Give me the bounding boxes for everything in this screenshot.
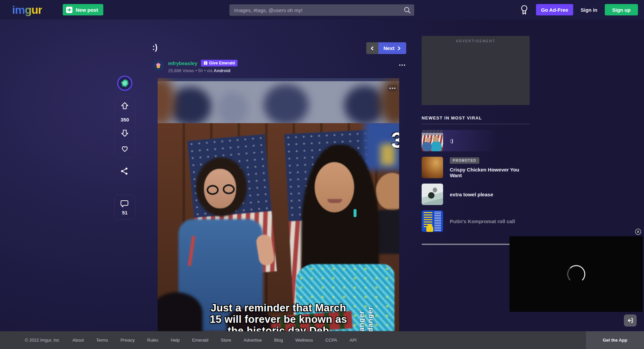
favorite-heart-button[interactable] bbox=[120, 144, 129, 153]
video-close-icon[interactable] bbox=[635, 229, 641, 236]
footer-link-privacy[interactable]: Privacy bbox=[120, 338, 135, 343]
image-options-menu[interactable] bbox=[388, 85, 397, 92]
search-bar bbox=[229, 4, 414, 16]
sidebar-item-title[interactable]: Crispy Chicken However You Want bbox=[450, 167, 530, 178]
author-meta: mfrybeasley Give Emerald 25,886 Views • … bbox=[168, 60, 237, 73]
upvote-count: 350 bbox=[120, 117, 129, 122]
post-image[interactable]: 3 Just a reminder that March 15 will for… bbox=[158, 78, 399, 331]
sign-up-button[interactable]: Sign up bbox=[605, 4, 638, 15]
new-post-label: New post bbox=[75, 7, 98, 13]
footer-link-rules[interactable]: Rules bbox=[147, 338, 158, 343]
author-avatar[interactable] bbox=[153, 60, 164, 71]
comment-bubble-icon bbox=[120, 199, 129, 208]
upvote-button[interactable] bbox=[120, 101, 129, 110]
footer-link-advertise[interactable]: Advertise bbox=[244, 338, 262, 343]
go-ad-free-button[interactable]: Go Ad-Free bbox=[536, 4, 573, 15]
footer-links: About Terms Privacy Rules Help Emerald S… bbox=[72, 338, 357, 343]
top-navbar: imgur New post Go Ad-Free Sign in Sign u… bbox=[0, 0, 644, 19]
nav-right-group: Go Ad-Free Sign in Sign up bbox=[520, 0, 638, 19]
imgur-page: imgur New post Go Ad-Free Sign in Sign u… bbox=[0, 0, 644, 349]
loading-spinner bbox=[567, 265, 585, 283]
give-emerald-label: Give Emerald bbox=[209, 61, 235, 65]
downvote-button[interactable] bbox=[120, 129, 129, 138]
views-text: 25,886 Views • 5h • via bbox=[168, 68, 212, 73]
copyright-text: © 2022 Imgur, Inc bbox=[25, 338, 59, 343]
sidebar-item-promoted[interactable]: PROMOTED Crispy Chicken However You Want bbox=[422, 157, 530, 178]
footer-link-terms[interactable]: Terms bbox=[96, 338, 108, 343]
footer-link-api[interactable]: API bbox=[350, 338, 357, 343]
advertisement-box: ADVERTISEMENT bbox=[422, 36, 530, 105]
search-input[interactable] bbox=[229, 7, 404, 13]
footer-link-ccpa[interactable]: CCPA bbox=[325, 338, 337, 343]
gift-icon bbox=[204, 61, 208, 65]
footer-link-about[interactable]: About bbox=[72, 338, 84, 343]
sidebar-item-title[interactable]: :) bbox=[450, 138, 453, 144]
thumbnail-smile-post[interactable] bbox=[422, 130, 443, 151]
post-options-menu[interactable] bbox=[398, 62, 407, 68]
author-row: mfrybeasley Give Emerald 25,886 Views • … bbox=[153, 60, 237, 73]
plus-icon bbox=[66, 7, 72, 13]
cupcake-icon bbox=[155, 62, 162, 69]
sidebar-item-title[interactable]: Putin's Kompromat roll call bbox=[450, 218, 515, 224]
image-watermark: danger bbox=[358, 310, 366, 331]
blurred-crowd-band bbox=[158, 78, 399, 123]
new-post-button[interactable]: New post bbox=[63, 4, 103, 15]
author-username[interactable]: mfrybeasley bbox=[168, 60, 198, 66]
footer-link-wellness[interactable]: Wellness bbox=[296, 338, 313, 343]
share-button[interactable] bbox=[120, 167, 129, 176]
platform-text: Android bbox=[214, 68, 230, 73]
footer-link-help[interactable]: Help bbox=[171, 338, 180, 343]
trophy-medal-icon[interactable] bbox=[520, 4, 529, 15]
post-pager: Next bbox=[366, 42, 406, 54]
post-meta: 25,886 Views • 5h • via Android bbox=[168, 68, 237, 73]
next-post-button[interactable]: Next bbox=[378, 42, 406, 54]
sidebar-item-putin[interactable]: Putin's Kompromat roll call bbox=[422, 210, 530, 232]
imgur-logo[interactable]: imgur bbox=[12, 3, 42, 16]
footer-link-store[interactable]: Store bbox=[221, 338, 231, 343]
video-collapse-button[interactable] bbox=[624, 314, 637, 327]
comment-box[interactable]: 51 bbox=[114, 195, 135, 219]
sidebar-heading: NEWEST IN MOST VIRAL bbox=[422, 115, 482, 120]
emerald-badge-icon[interactable] bbox=[117, 76, 132, 92]
comment-count: 51 bbox=[122, 210, 128, 215]
get-the-app-button[interactable]: Get the App bbox=[586, 331, 644, 349]
thumbnail-putin-post[interactable] bbox=[422, 210, 443, 232]
image-watermark-2: nfdanger bbox=[366, 306, 374, 331]
sidebar-item-towel[interactable]: extra towel please bbox=[422, 184, 530, 205]
advertisement-label: ADVERTISEMENT bbox=[422, 39, 530, 43]
exit-arrow-icon bbox=[627, 317, 634, 324]
promoted-badge: PROMOTED bbox=[450, 157, 479, 164]
post-title: :) bbox=[152, 43, 157, 52]
prev-post-button[interactable] bbox=[366, 42, 378, 54]
vote-box: 350 bbox=[114, 96, 135, 158]
image-overlay-digit: 3 bbox=[391, 128, 399, 153]
floating-video-player[interactable] bbox=[509, 236, 643, 312]
thumbnail-towel-post[interactable] bbox=[422, 184, 443, 205]
search-icon[interactable] bbox=[404, 6, 411, 14]
footer-bar: © 2022 Imgur, Inc About Terms Privacy Ru… bbox=[0, 331, 644, 349]
thumbnail-chicken-ad[interactable] bbox=[422, 157, 443, 178]
sign-in-link[interactable]: Sign in bbox=[581, 7, 597, 13]
sidebar-item-current-post[interactable]: :) bbox=[422, 130, 530, 151]
next-label: Next bbox=[383, 45, 394, 51]
sidebar-divider bbox=[422, 124, 530, 124]
sidebar-item-title[interactable]: extra towel please bbox=[450, 192, 493, 197]
give-emerald-button[interactable]: Give Emerald bbox=[201, 60, 238, 66]
footer-link-emerald[interactable]: Emerald bbox=[192, 338, 208, 343]
glasses-icon bbox=[207, 185, 219, 195]
chevron-right-icon bbox=[397, 46, 401, 51]
footer-link-blog[interactable]: Blog bbox=[274, 338, 283, 343]
